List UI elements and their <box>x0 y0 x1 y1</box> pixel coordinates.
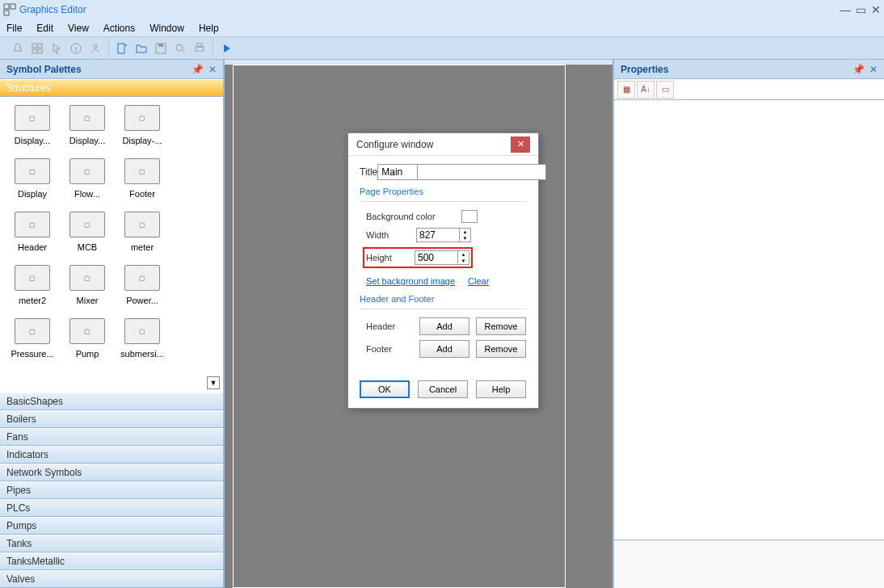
properties-panel: Properties 📌 ✕ ▦ A↓ ▭ <box>612 60 884 588</box>
palette-item[interactable]: ▢submersi... <box>115 315 170 368</box>
header-remove-button[interactable]: Remove <box>476 317 526 335</box>
palettes-title: Symbol Palettes <box>6 64 187 75</box>
menu-edit[interactable]: Edit <box>36 23 53 34</box>
width-label: Width <box>366 230 416 240</box>
svg-point-9 <box>94 44 97 48</box>
palette-item[interactable]: ▢meter <box>115 208 170 262</box>
menu-actions[interactable]: Actions <box>103 23 135 34</box>
menu-help[interactable]: Help <box>199 23 219 34</box>
bgcolor-label: Background color <box>366 212 461 221</box>
category-item[interactable]: PLCs <box>0 499 223 517</box>
palette-item[interactable]: ▢Mixer <box>60 262 115 315</box>
height-label: Height <box>366 253 415 262</box>
symbol-label: Display-... <box>123 136 162 145</box>
menu-window[interactable]: Window <box>149 23 184 34</box>
symbol-label: Header <box>18 242 47 252</box>
palette-item[interactable]: ▢Display... <box>60 102 115 155</box>
svg-rect-14 <box>158 44 163 47</box>
header-add-button[interactable]: Add <box>419 317 469 335</box>
info-icon[interactable] <box>67 40 85 57</box>
category-item[interactable]: Valves <box>0 570 223 588</box>
zoom-out-icon[interactable] <box>171 40 189 57</box>
person-icon[interactable] <box>86 40 104 57</box>
category-item[interactable]: Boilers <box>0 410 223 428</box>
category-item[interactable]: BasicShapes <box>0 393 223 410</box>
svg-rect-18 <box>197 44 202 47</box>
footer-remove-button[interactable]: Remove <box>476 340 526 358</box>
category-item[interactable]: Indicators <box>0 446 223 464</box>
svg-rect-3 <box>32 44 36 48</box>
dialog-title: Configure window <box>356 139 511 150</box>
palette-dropdown-icon[interactable]: ▼ <box>207 376 220 389</box>
palette-item[interactable]: ▢Pump <box>60 315 115 368</box>
height-input[interactable] <box>415 250 458 265</box>
open-folder-icon[interactable] <box>133 40 150 57</box>
symbol-label: meter <box>131 242 154 252</box>
category-item[interactable]: Network Symbols <box>0 464 223 481</box>
menu-file[interactable]: File <box>6 23 22 34</box>
symbol-label: Display... <box>15 136 50 145</box>
cancel-button[interactable]: Cancel <box>418 380 468 398</box>
clear-bg-link[interactable]: Clear <box>468 276 489 286</box>
maximize-icon[interactable]: ▭ <box>856 4 866 15</box>
footer-add-button[interactable]: Add <box>419 340 469 358</box>
print-icon[interactable] <box>191 40 208 57</box>
title-input-ext[interactable] <box>417 164 546 180</box>
grid-icon[interactable] <box>28 40 46 57</box>
ok-button[interactable]: OK <box>360 380 410 398</box>
menu-view[interactable]: View <box>68 23 89 34</box>
category-item[interactable]: Pumps <box>0 517 223 535</box>
prop-pages-icon[interactable]: ▭ <box>656 81 674 99</box>
palette-item[interactable]: ▢Display... <box>5 102 60 155</box>
category-item[interactable]: TanksMetallic <box>0 552 223 570</box>
prop-sort-icon[interactable]: A↓ <box>637 81 655 99</box>
palette-item[interactable]: ▢Flow... <box>60 155 115 208</box>
symbol-label: Display <box>18 189 47 199</box>
palette-item[interactable]: ▢Footer <box>115 155 170 208</box>
properties-footer <box>614 540 884 588</box>
symbol-icon: ▢ <box>15 212 50 237</box>
save-icon[interactable] <box>152 40 170 57</box>
new-icon[interactable] <box>113 40 131 57</box>
symbol-icon: ▢ <box>69 318 105 344</box>
palette-item[interactable]: ▢Pressure... <box>5 315 60 368</box>
palette-item[interactable]: ▢Display <box>5 155 60 208</box>
bgcolor-swatch[interactable] <box>461 210 478 223</box>
symbol-label: Display... <box>69 136 105 145</box>
set-bg-link[interactable]: Set background image <box>366 276 455 286</box>
symbol-icon: ▢ <box>15 318 50 344</box>
category-structures[interactable]: Structures <box>0 79 223 97</box>
pin-icon[interactable]: 📌 <box>192 64 204 75</box>
help-button[interactable]: Help <box>476 380 526 398</box>
titlebar: Graphics Editor — ▭ ✕ <box>0 0 884 19</box>
panel-close-icon[interactable]: ✕ <box>208 64 217 75</box>
svg-rect-10 <box>118 44 124 53</box>
palette-item[interactable]: ▢Header <box>5 208 60 262</box>
svg-rect-1 <box>11 4 15 9</box>
symbol-label: MCB <box>78 242 97 252</box>
category-item[interactable]: Pipes <box>0 481 223 499</box>
palette-item[interactable]: ▢MCB <box>60 208 115 262</box>
minimize-icon[interactable]: — <box>840 4 851 15</box>
app-title: Graphics Editor <box>19 4 86 15</box>
height-spinner[interactable]: ▲▼ <box>458 250 469 265</box>
prop-pin-icon[interactable]: 📌 <box>852 64 865 75</box>
palette-item[interactable]: ▢meter2 <box>5 262 60 315</box>
dialog-close-icon[interactable]: ✕ <box>511 136 530 153</box>
close-icon[interactable]: ✕ <box>871 4 881 15</box>
svg-point-15 <box>176 44 183 51</box>
palette-item[interactable]: ▢Display-... <box>115 102 170 155</box>
prop-close-icon[interactable]: ✕ <box>869 64 878 75</box>
app-icon <box>3 3 16 16</box>
bell-icon[interactable] <box>9 40 27 57</box>
prop-categorized-icon[interactable]: ▦ <box>617 81 635 99</box>
symbol-icon: ▢ <box>69 212 105 237</box>
width-input[interactable] <box>416 228 460 242</box>
palette-item[interactable]: ▢Power... <box>115 262 170 315</box>
pointer-icon[interactable] <box>48 40 65 57</box>
category-item[interactable]: Fans <box>0 428 223 446</box>
title-input[interactable] <box>377 164 418 180</box>
width-spinner[interactable]: ▲▼ <box>460 228 471 242</box>
play-icon[interactable] <box>217 40 235 57</box>
category-item[interactable]: Tanks <box>0 535 223 552</box>
